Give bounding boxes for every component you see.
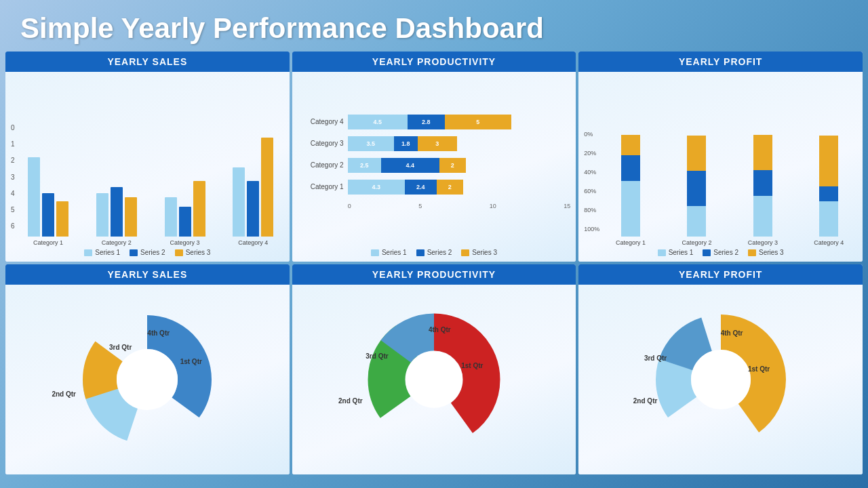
panel-yearly-sales-donut: YEARLY SALES 1st Qtr 2 xyxy=(5,264,290,474)
donut-area-profit: 1st Qtr 2nd Qtr 3rd Qtr 4th Qtr xyxy=(584,290,857,469)
panel-header-yearly-sales-bar: YEARLY SALES xyxy=(5,52,290,72)
profit-group-cat2: Category 2 xyxy=(669,135,725,246)
panel-yearly-sales-bar: YEARLY SALES 6543210 xyxy=(5,52,290,262)
panel-header-yearly-profit-donut: YEARLY PROFIT xyxy=(578,264,863,285)
donut-area-productivity: 1st Qtr 2nd Qtr 3rd Qtr 4th Qtr xyxy=(298,290,571,469)
donut-label-2nd-productivity: 2nd Qtr xyxy=(338,397,363,405)
panel-yearly-profit-bar: YEARLY PROFIT 100%80%60%40%20%0% xyxy=(578,52,863,262)
page-title: Simple Yearly Performance Dashboard xyxy=(0,0,868,52)
hbar-row-cat2: Category 2 2.5 4.4 2 xyxy=(298,158,571,173)
bar-label-cat4: Category 4 xyxy=(238,239,268,246)
profit-group-cat1: Category 1 xyxy=(602,135,658,246)
panel-yearly-profit-donut: YEARLY PROFIT 1st Qtr 2nd Qtr 3rd Qtr 4 xyxy=(578,264,863,474)
panel-body-yearly-sales-donut: 1st Qtr 2nd Qtr 3rd Qtr 4th Qtr xyxy=(5,285,290,474)
panel-header-yearly-productivity-donut: YEARLY PRODUCTIVITY xyxy=(292,264,576,285)
profit-group-cat3: Category 3 xyxy=(734,135,791,246)
bar-group-cat1: Category 1 xyxy=(18,118,79,246)
hbar-row-cat3: Category 3 3.5 1.8 3 xyxy=(298,136,571,151)
hbar-row-cat1: Category 1 4.3 2.4 2 xyxy=(298,180,571,195)
svg-point-4 xyxy=(117,349,178,410)
bar-group-cat2: Category 2 xyxy=(85,118,147,246)
legend-profit-bar: Series 1 Series 2 Series 3 xyxy=(584,249,857,256)
bar-label-cat1: Category 1 xyxy=(33,239,63,246)
hbar-row-cat4: Category 4 4.5 2.8 5 xyxy=(298,115,571,129)
bar-group-cat4: Category 4 xyxy=(222,118,284,246)
donut-svg-productivity xyxy=(366,312,502,447)
panel-body-yearly-productivity-donut: 1st Qtr 2nd Qtr 3rd Qtr 4th Qtr xyxy=(292,285,576,474)
profit-chart: 100%80%60%40%20%0% Category 1 xyxy=(584,77,857,246)
panel-body-yearly-productivity-bar: Category 4 4.5 2.8 5 Category 3 3.5 1.8 … xyxy=(292,72,576,262)
panel-body-yearly-profit-bar: 100%80%60%40%20%0% Category 1 xyxy=(578,72,863,262)
svg-point-9 xyxy=(406,351,462,408)
y-axis-sales: 6543210 xyxy=(11,124,15,246)
panel-yearly-productivity-bar: YEARLY PRODUCTIVITY Category 4 4.5 2.8 5… xyxy=(292,52,576,262)
bar-group-cat3: Category 3 xyxy=(154,118,216,246)
panel-body-yearly-profit-donut: 1st Qtr 2nd Qtr 3rd Qtr 4th Qtr xyxy=(578,285,863,474)
donut-svg-profit xyxy=(653,312,789,447)
profit-y-axis: 100%80%60%40%20%0% xyxy=(584,131,599,246)
bar-label-cat2: Category 2 xyxy=(102,239,132,246)
hbar-chart: Category 4 4.5 2.8 5 Category 3 3.5 1.8 … xyxy=(298,77,571,246)
donut-svg-sales xyxy=(79,312,215,447)
panel-header-yearly-productivity-bar: YEARLY PRODUCTIVITY xyxy=(292,52,576,72)
panel-yearly-productivity-donut: YEARLY PRODUCTIVITY 1st Qtr 2nd Qtr xyxy=(292,264,576,474)
panel-header-yearly-sales-donut: YEARLY SALES xyxy=(5,264,290,285)
bar-groups-sales: Category 1 Category 2 xyxy=(18,118,284,246)
donut-area-sales: 1st Qtr 2nd Qtr 3rd Qtr 4th Qtr xyxy=(11,290,284,469)
dashboard-grid: YEARLY SALES 6543210 xyxy=(0,52,868,480)
svg-point-14 xyxy=(691,350,751,409)
panel-body-yearly-sales-bar: 6543210 Category 1 xyxy=(5,72,290,262)
donut-label-2nd-sales: 2nd Qtr xyxy=(52,390,76,398)
bar-label-cat3: Category 3 xyxy=(170,239,200,246)
panel-header-yearly-profit-bar: YEARLY PROFIT xyxy=(578,52,863,72)
profit-group-cat4: Category 4 xyxy=(801,135,857,246)
hbar-x-axis: 051015 xyxy=(348,203,571,209)
legend-sales-bar: Series 1 Series 2 Series 3 xyxy=(11,249,284,256)
legend-productivity-bar: Series 1 Series 2 Series 3 xyxy=(298,249,571,256)
profit-groups: Category 1 Category 2 xyxy=(602,135,857,246)
